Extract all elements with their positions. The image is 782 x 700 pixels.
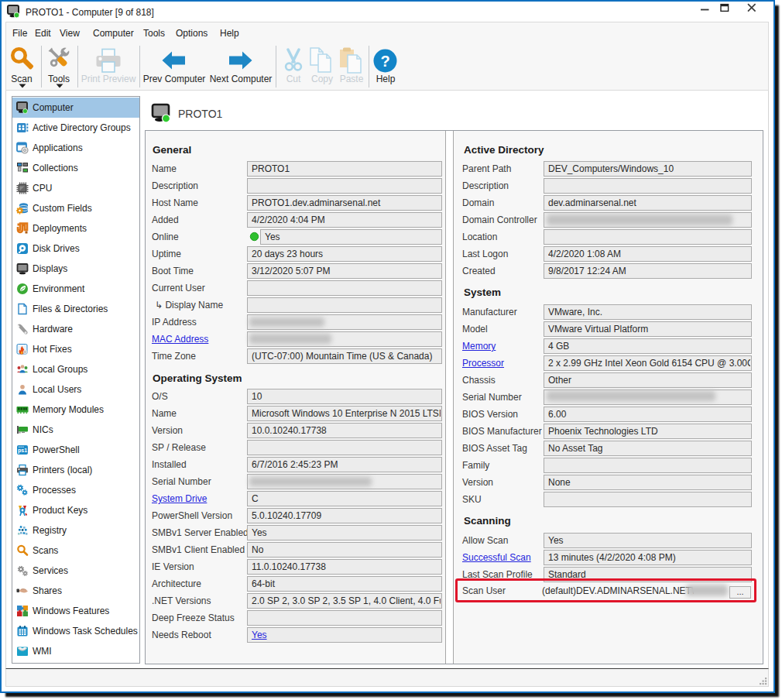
svg-text:ps1: ps1 (18, 448, 27, 454)
svg-text:?: ? (380, 53, 389, 70)
